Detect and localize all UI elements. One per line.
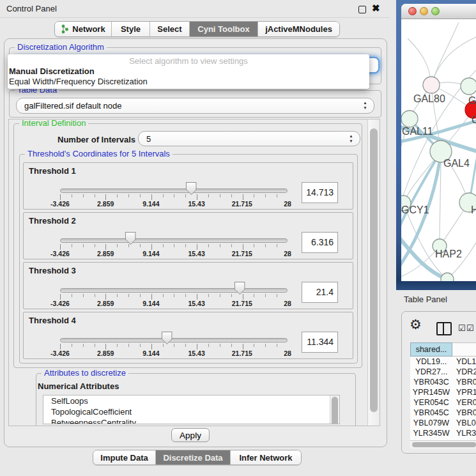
svg-text:GAL11: GAL11 (402, 126, 433, 137)
threshold-2-value-field[interactable]: 6.316 (302, 232, 338, 253)
interval-definition-group: Interval Definition Number of Intervals … (13, 123, 362, 368)
table-row[interactable]: YDL19...YDL1 (410, 357, 476, 367)
slider-axis-labels: -3.426 2.859 9.144 15.43 21.715 28 (60, 349, 288, 358)
thresholds-group: Threshold's Coordinates for 5 Intervals … (19, 154, 358, 364)
list-item[interactable]: TopologicalCoefficient (43, 406, 339, 417)
svg-text:GAL80: GAL80 (413, 93, 445, 104)
svg-text:C: C (472, 114, 476, 125)
tab-jactivemnodules[interactable]: jActiveMNodules (257, 22, 339, 36)
table-row[interactable]: YBR043CYBR0 (410, 377, 476, 387)
threshold-3-label: Threshold 3 (29, 266, 76, 275)
threshold-row-2: Threshold 2 -3.426 2.859 9.144 15.43 21.… (23, 212, 353, 259)
slider-ticks (60, 294, 288, 300)
gear-icon[interactable]: ⚙ (410, 317, 422, 332)
network-icon (61, 24, 69, 34)
threshold-row-1: Threshold 1 -3.426 2.859 9.144 15.43 21.… (23, 162, 353, 210)
tab-discretize-data[interactable]: Discretize Data (155, 450, 230, 464)
slider-axis-labels: -3.426 2.859 9.144 15.43 21.715 28 (60, 200, 288, 208)
settings-vertical-scrollbar[interactable] (367, 119, 380, 426)
node-gal11[interactable] (401, 111, 418, 127)
list-scrollbar[interactable] (330, 395, 339, 424)
tab-infer-network[interactable]: Infer Network (230, 450, 301, 464)
slider-axis-labels: -3.426 2.859 9.144 15.43 21.715 28 (60, 300, 288, 308)
slider-ticks (60, 194, 288, 200)
tab-style[interactable]: Style (111, 22, 150, 36)
attributes-group: Attributes to discretize Numerical Attri… (36, 373, 356, 426)
threshold-row-3: Threshold 3 -3.426 2.859 9.144 15.43 21.… (23, 262, 353, 309)
checkbox-icon[interactable]: ☑ (466, 323, 474, 333)
table-row[interactable]: YBL079WYBL0 (410, 418, 476, 428)
table-horizontal-scrollbar[interactable] (410, 440, 476, 449)
close-icon[interactable]: ✖ (372, 3, 380, 14)
table-row[interactable]: YER054CYER0 (410, 397, 476, 408)
table-row[interactable]: YLR345WYLR3 (410, 428, 476, 438)
svg-text:H: H (471, 204, 476, 215)
slider-ticks (60, 244, 288, 250)
threshold-2-label: Threshold 2 (29, 216, 76, 226)
spinner-arrows-icon: ▲▼ (348, 134, 354, 144)
threshold-3-value-field[interactable]: 21.4 (302, 282, 338, 303)
popup-placeholder: Select algorithm to view settings (8, 56, 369, 66)
attributes-group-title: Attributes to discretize (42, 368, 128, 378)
slider-ticks (60, 344, 288, 349)
slider-axis-labels: -3.426 2.859 9.144 15.43 21.715 28 (60, 250, 288, 258)
numerical-attributes-label: Numerical Attributes (38, 381, 119, 391)
list-item[interactable]: SelfLoops (43, 395, 339, 406)
table-row[interactable]: YPR145WYPR1 (410, 387, 476, 397)
threshold-2-slider-thumb[interactable] (125, 232, 136, 245)
number-of-intervals-label: Number of Intervals (58, 135, 135, 144)
table-panel: ⚙ ☑ ☑ shared... n... YDL19...YDL1 YDR27.… (401, 311, 476, 454)
number-of-intervals-combobox[interactable]: 5 ▲▼ (138, 131, 360, 146)
threshold-4-slider-thumb[interactable] (162, 332, 173, 344)
column-header-name[interactable]: n... (452, 342, 476, 357)
list-item[interactable]: BetweennessCentrality (43, 417, 339, 424)
network-window-titlebar (401, 4, 476, 19)
table-data-combobox[interactable]: galFiltered.sif default node ▲▼ (16, 98, 374, 114)
threshold-1-slider-thumb[interactable] (186, 182, 197, 195)
number-of-intervals-value: 5 (146, 134, 151, 144)
node-gal80[interactable] (423, 77, 440, 93)
tab-select[interactable]: Select (150, 22, 189, 36)
table-row[interactable]: YBR045CYBR0 (410, 408, 476, 418)
interval-definition-title: Interval Definition (19, 119, 88, 128)
network-graph[interactable]: GAL80 GA C GAL11 GAL4 GCY1 H HAP2 (401, 19, 476, 281)
minimize-traffic-light-icon[interactable] (420, 7, 428, 15)
close-traffic-light-icon[interactable] (408, 7, 417, 15)
threshold-4-value-field[interactable]: 11.344 (302, 332, 338, 353)
float-window-icon[interactable] (358, 6, 366, 13)
popup-option-manual[interactable]: Manual Discretization (8, 66, 369, 77)
threshold-1-value-field[interactable]: 14.713 (302, 182, 338, 203)
control-panel-titlebar: Control Panel ✖ (0, 0, 390, 18)
tab-impute-data[interactable]: Impute Data (93, 450, 155, 464)
table-row[interactable]: YDR27...YDR2 (410, 367, 476, 377)
threshold-4-label: Threshold 4 (29, 316, 76, 325)
apply-button[interactable]: Apply (171, 428, 210, 442)
settings-viewport: Interval Definition Number of Intervals … (9, 119, 368, 426)
node-bottom-partial[interactable] (441, 273, 454, 281)
algorithm-dropdown-popup: Select algorithm to view settings Manual… (8, 54, 369, 89)
table-data-group: Table Data galFiltered.sif default node … (9, 90, 381, 118)
svg-text:HAP2: HAP2 (435, 249, 462, 259)
column-header-shared[interactable]: shared... (410, 342, 452, 357)
table-data-value: galFiltered.sif default node (24, 101, 121, 111)
tab-network[interactable]: Network (55, 22, 111, 36)
node-top-right[interactable] (461, 78, 476, 95)
network-view-frame: GAL80 GA C GAL11 GAL4 GCY1 H HAP2 (396, 0, 476, 290)
settings-scrollpane: Interval Definition Number of Intervals … (8, 119, 380, 426)
table-header-row: shared... n... (410, 342, 476, 357)
numerical-attributes-list[interactable]: SelfLoops TopologicalCoefficient Between… (43, 395, 340, 424)
spinner-arrows-icon: ▲▼ (362, 100, 368, 111)
svg-text:GAL4: GAL4 (443, 158, 470, 169)
zoom-traffic-light-icon[interactable] (431, 7, 440, 15)
threshold-3-slider-thumb[interactable] (234, 282, 245, 295)
control-panel-tabbar: Network Style Select Cyni Toolbox jActiv… (54, 21, 340, 37)
checkbox-icon[interactable]: ☑ (458, 323, 466, 333)
svg-text:GCY1: GCY1 (401, 204, 429, 215)
table-body[interactable]: YDL19...YDL1 YDR27...YDR2 YBR043CYBR0 YP… (410, 357, 476, 440)
tab-cyni-toolbox[interactable]: Cyni Toolbox (189, 22, 257, 36)
threshold-1-label: Threshold 1 (29, 166, 76, 176)
svg-text:GA: GA (468, 95, 476, 106)
split-columns-icon[interactable] (436, 322, 452, 335)
network-canvas[interactable]: GAL80 GA C GAL11 GAL4 GCY1 H HAP2 (401, 19, 476, 281)
popup-option-equal-width[interactable]: Equal Width/Frequency Discretization (8, 77, 369, 87)
